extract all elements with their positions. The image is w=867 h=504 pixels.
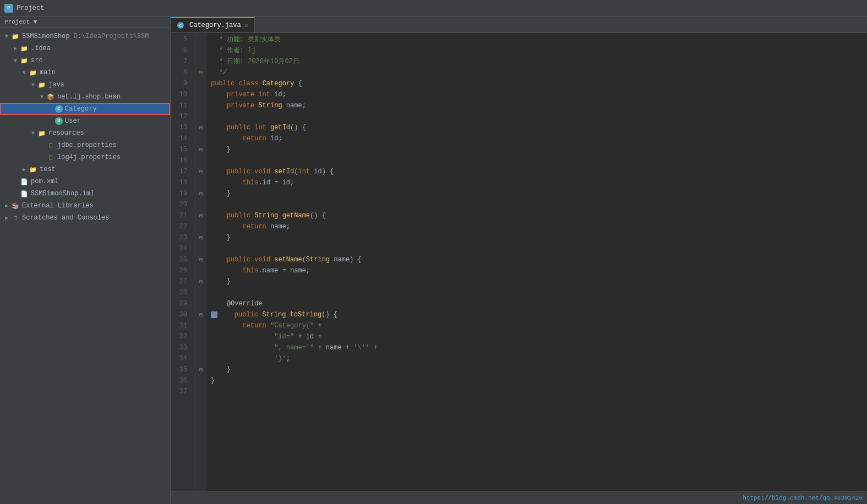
tree-item-resources[interactable]: 📁 resources [0,127,170,139]
arrow-extlibs [2,202,11,209]
tree-item-src[interactable]: 📁 src [0,54,170,67]
props-icon-jdbc: 🗒 [46,141,55,150]
folder-icon-idea: 📁 [20,44,29,53]
fold-18 [195,177,206,188]
folder-icon-src: 📁 [20,56,29,65]
log4j-label: log4j.properties [57,154,121,161]
sidebar-header: Project ▼ [0,17,170,28]
ln-36: 36 [171,375,190,386]
project-icon: P [4,4,13,13]
category-label: Category [65,105,97,113]
fold-28 [195,287,206,298]
code-line-29: @Override [211,298,867,309]
code-line-31: return "Category{" + [211,320,867,331]
fold-26 [195,265,206,276]
editor-area: C Category.java ✕ 5 6 7 8 9 10 11 12 13 … [171,17,867,504]
fold-23[interactable]: ⊟ [195,232,206,243]
ln-26: 26 [171,265,190,276]
tree-item-scratches[interactable]: 🗒 Scratches and Consoles [0,212,170,224]
fold-gutter: ⊟ ⊟ ⊟ ⊟ ⊟ ⊟ ⊟ ⊟ ⊟ [195,33,206,491]
tab-label: Category.java [189,21,241,29]
sidebar: Project ▼ 📁 SSMSimonShop D:\IdeaProjects… [0,17,171,504]
iml-label: SSMSimonShop.iml [31,190,94,198]
fold-21[interactable]: ⊟ [195,210,206,221]
arrow-resources [29,130,37,136]
fold-17[interactable]: ⊟ [195,166,206,177]
tree-item-root[interactable]: 📁 SSMSimonShop D:\IdeaProjects\SSM [0,30,170,42]
code-content[interactable]: * 功能: 类别实体类 * 作者: lj * 日期: 2020年10月02日 *… [206,33,867,491]
ln-18: 18 [171,177,190,188]
status-right[interactable]: https://blog.csdn.net/qq_46301426 [743,495,863,501]
test-label: test [40,166,56,173]
ln-30: 30 [171,309,190,320]
ln-28: 28 [171,287,190,298]
fold-8[interactable]: ⊟ [195,67,206,78]
ln-22: 22 [171,221,190,232]
arrow-scratches [2,215,11,221]
ln-29: 29 [171,298,190,309]
code-line-12 [211,111,867,122]
folder-icon-resources: 📁 [37,129,46,138]
code-line-32: "id=" + id + [211,331,867,342]
idea-label: .idea [31,45,51,52]
code-line-21: public String getName() { [211,210,867,221]
folder-icon-java: 📁 [37,80,46,89]
fold-27[interactable]: ⊟ [195,276,206,287]
ln-23: 23 [171,232,190,243]
tree-item-idea[interactable]: 📁 .idea [0,42,170,54]
code-line-28 [211,287,867,298]
ln-11: 11 [171,100,190,111]
sidebar-header-label: Project ▼ [4,19,37,25]
tree-item-bean[interactable]: 📦 net.lj.shop.bean [0,91,170,103]
ln-37: 37 [171,386,190,397]
folder-icon-root: 📁 [11,32,20,41]
root-label: SSMSimonShop [22,32,69,40]
fold-13[interactable]: ⊟ [195,122,206,133]
fold-16 [195,155,206,166]
fold-12 [195,111,206,122]
tree-item-iml[interactable]: 📄 SSMSimonShop.iml [0,188,170,200]
arrow-root [2,34,11,40]
code-line-17: public void setId(int id) { [211,166,867,177]
tree-item-jdbc[interactable]: 🗒 jdbc.properties [0,139,170,151]
main-layout: Project ▼ 📁 SSMSimonShop D:\IdeaProjects… [0,17,867,504]
iml-icon: 📄 [20,189,29,198]
fold-11 [195,100,206,111]
tree-item-pom[interactable]: 📄 pom.xml [0,176,170,188]
fold-20 [195,199,206,210]
tree-item-user[interactable]: U User [0,115,170,127]
fold-19[interactable]: ⊟ [195,188,206,199]
bean-label: net.lj.shop.bean [57,93,121,101]
tree-item-main[interactable]: 📁 main [0,67,170,79]
extlibs-label: External Libraries [22,202,94,210]
code-line-7: * 日期: 2020年10月02日 [211,56,867,67]
ln-9: 9 [171,78,190,89]
src-label: src [31,57,43,64]
code-line-34: '}'; [211,353,867,364]
sidebar-tree[interactable]: 📁 SSMSimonShop D:\IdeaProjects\SSM 📁 .id… [0,28,170,504]
tree-item-java[interactable]: 📁 java [0,79,170,91]
ln-33: 33 [171,342,190,353]
tab-close-button[interactable]: ✕ [244,22,248,29]
tree-item-category[interactable]: C Category [0,103,170,115]
folder-icon-main: 📁 [29,68,37,77]
fold-30[interactable]: ⊟ [195,309,206,320]
ln-32: 32 [171,331,190,342]
tab-category[interactable]: C Category.java ✕ [171,17,255,32]
code-line-11: private String name; [211,100,867,111]
fold-35[interactable]: ⊟ [195,364,206,375]
tab-bar: C Category.java ✕ [171,17,867,33]
tree-item-log4j[interactable]: 🗒 log4j.properties [0,151,170,163]
fold-25[interactable]: ⊟ [195,254,206,265]
code-line-30: 🔖 public String toString() { [211,309,867,320]
folder-icon-test: 📁 [29,165,37,174]
code-line-6: * 作者: lj [211,45,867,56]
root-path: D:\IdeaProjects\SSM [69,32,149,40]
fold-7 [195,56,206,67]
fold-9 [195,78,206,89]
ln-15: 15 [171,144,190,155]
fold-15[interactable]: ⊟ [195,144,206,155]
tree-item-test[interactable]: 📁 test [0,163,170,176]
scratches-icon: 🗒 [11,213,20,222]
tree-item-extlibs[interactable]: 📚 External Libraries [0,200,170,212]
